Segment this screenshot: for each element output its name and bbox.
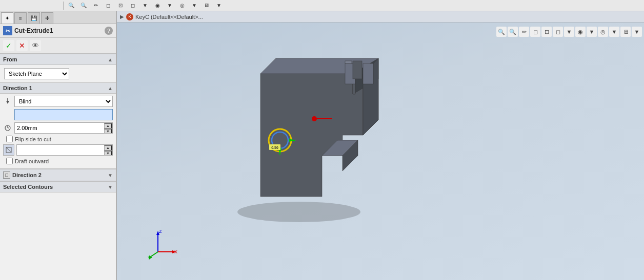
help-button[interactable]: ? (105, 27, 113, 35)
viewport-title: KeyC (Default<<Default>... (135, 14, 203, 20)
dir1-type-row: Blind Through All Up To Next Up To Verte… (3, 96, 113, 107)
draft-spinners: ▲ ▼ (104, 145, 112, 155)
toolbar-btn-view1[interactable]: ◉ (152, 1, 163, 10)
left-panel: ✦ ≡ 💾 ✛ ✂ Cut-Extrude1 ? ✓ ✕ 👁 From ▲ Sk… (0, 11, 117, 280)
selected-contours-section-header[interactable]: Selected Contours ▼ (0, 181, 116, 192)
draft-outward-checkbox[interactable] (6, 158, 13, 164)
dir1-type-dropdown[interactable]: Blind Through All Up To Next Up To Verte… (14, 96, 113, 107)
dir1-depth-row: 2.00mm ▲ ▼ (3, 122, 113, 134)
draft-outward-row: Draft outward (3, 158, 113, 164)
panel-tab-add[interactable]: ✛ (41, 12, 53, 24)
toolbar-btn-edit[interactable]: ✏ (90, 1, 102, 10)
top-toolbar: 🔍 🔍 ✏ ◻ ⊡ ◻ ▼ ◉ ▼ ◎ ▼ 🖥 ▼ (0, 0, 644, 11)
feature-title: Cut-Extrude1 (14, 27, 103, 34)
direction2-label: Direction 2 (12, 172, 42, 178)
depth-input[interactable]: 2.00mm (15, 123, 104, 133)
from-label: From (3, 56, 17, 62)
from-collapse-arrow: ▲ (108, 57, 113, 62)
selected-contours-label: Selected Contours (3, 184, 53, 190)
from-section-content: Sketch Plane Surface/Face/Plane Vertex O… (0, 65, 116, 82)
toolbar-btn-dropdown3[interactable]: ▼ (189, 1, 200, 10)
direction2-section-header[interactable]: □ Direction 2 ▼ (0, 169, 116, 181)
direction1-content: Blind Through All Up To Next Up To Verte… (0, 94, 116, 169)
confirm-button[interactable]: ✓ (3, 40, 14, 51)
toolbar-btn-shading[interactable]: ◎ (176, 1, 188, 10)
action-buttons: ✓ ✕ 👁 (0, 38, 116, 54)
dir1-blue-input[interactable] (14, 109, 113, 120)
viewport-3d[interactable]: 0.50 Z X (117, 23, 644, 280)
viewport-topbar: ▶ K KeyC (Default<<Default>... (117, 11, 644, 23)
draft-row: ▲ ▼ (3, 144, 113, 156)
toolbar-btn-dropdown4[interactable]: ▼ (213, 1, 225, 10)
panel-tab-save[interactable]: 💾 (28, 12, 40, 24)
svg-text:Z: Z (159, 229, 162, 234)
flip-side-row: Flip side to cut (3, 136, 113, 142)
depth-down-btn[interactable]: ▼ (104, 128, 112, 134)
direction2-collapse-arrow: ▼ (108, 173, 113, 178)
svg-marker-8 (260, 74, 363, 197)
toolbar-btn-dropdown1[interactable]: ▼ (139, 1, 151, 10)
expand-arrow[interactable]: ▶ (120, 14, 124, 19)
3d-model: 0.50 (219, 33, 414, 227)
toolbar-btn-box1[interactable]: ◻ (103, 1, 114, 10)
svg-line-36 (150, 252, 158, 257)
svg-rect-18 (353, 61, 362, 79)
from-dropdown[interactable]: Sketch Plane Surface/Face/Plane Vertex O… (4, 68, 69, 79)
svg-text:Y: Y (148, 255, 151, 260)
selected-contours-collapse-arrow: ▼ (108, 184, 113, 190)
draft-outward-label[interactable]: Draft outward (15, 158, 49, 164)
panel-tab-feature[interactable]: ✦ (1, 12, 13, 24)
svg-rect-17 (363, 63, 373, 84)
toolbar-divider-1 (63, 2, 64, 10)
svg-text:X: X (174, 249, 177, 254)
panel-tabs: ✦ ≡ 💾 ✛ (0, 11, 116, 24)
depth-icon (3, 123, 12, 133)
panel-tab-list[interactable]: ≡ (14, 12, 27, 24)
axis-indicator: Z X Y (148, 229, 178, 260)
feature-header: ✂ Cut-Extrude1 ? (0, 24, 116, 38)
depth-spinners: ▲ ▼ (104, 123, 112, 133)
toolbar-btn-search1[interactable]: 🔍 (66, 1, 77, 10)
dir1-reverse-row (3, 109, 113, 120)
cut-extrude-icon: ✂ (3, 26, 12, 35)
svg-line-6 (6, 147, 11, 153)
svg-point-7 (237, 202, 360, 222)
toolbar-btn-dropdown2[interactable]: ▼ (164, 1, 175, 10)
viewport-area: ▶ K KeyC (Default<<Default>... 🔍 🔍 ✏ ◻ ⊟… (117, 11, 644, 280)
draft-input-wrap: ▲ ▼ (16, 144, 113, 156)
direction1-label: Direction 1 (3, 85, 32, 91)
draft-down-btn[interactable]: ▼ (104, 150, 112, 156)
file-icon: K (126, 13, 133, 20)
direction2-toggle-icon: □ (3, 171, 10, 179)
main-row: ✦ ≡ 💾 ✛ ✂ Cut-Extrude1 ? ✓ ✕ 👁 From ▲ Sk… (0, 11, 644, 280)
flip-side-label[interactable]: Flip side to cut (15, 136, 51, 142)
direction1-section-header[interactable]: Direction 1 ▲ (0, 82, 116, 94)
from-section-header[interactable]: From ▲ (0, 54, 116, 65)
draft-icon (3, 144, 14, 156)
toolbar-btn-search2[interactable]: 🔍 (78, 1, 89, 10)
toolbar-btn-box2[interactable]: ⊡ (115, 1, 126, 10)
cancel-button[interactable]: ✕ (16, 40, 28, 51)
depth-input-wrap: 2.00mm ▲ ▼ (14, 122, 113, 134)
svg-rect-19 (345, 61, 352, 63)
dir1-arrow-icon (3, 97, 12, 106)
svg-marker-1 (6, 101, 9, 104)
toolbar-btn-cube[interactable]: ◻ (127, 1, 138, 10)
draft-up-btn[interactable]: ▲ (104, 145, 112, 150)
toolbar-btn-monitor[interactable]: 🖥 (201, 1, 212, 10)
direction1-collapse-arrow: ▲ (108, 85, 113, 91)
preview-button[interactable]: 👁 (30, 40, 41, 51)
flip-side-checkbox[interactable] (6, 136, 13, 142)
depth-up-btn[interactable]: ▲ (104, 123, 112, 128)
svg-text:0.50: 0.50 (271, 146, 278, 149)
draft-angle-input[interactable] (17, 145, 104, 155)
